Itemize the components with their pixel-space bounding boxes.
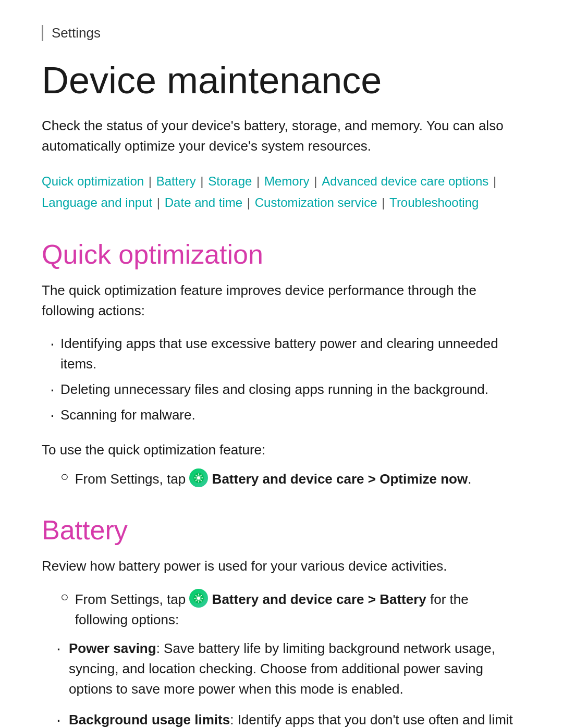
nav-sep-5: |	[489, 174, 496, 188]
nav-sep-6: |	[153, 195, 164, 209]
battery-option-2: Background usage limits: Identify apps t…	[42, 710, 521, 728]
quick-bullet-3: Scanning for malware.	[42, 405, 521, 425]
battery-options-list: Power saving: Save battery life by limit…	[42, 638, 521, 728]
svg-point-1	[197, 476, 200, 479]
quick-step-text: From Settings, tap Battery and device ca…	[75, 468, 472, 489]
settings-icon-quick	[189, 468, 208, 487]
settings-label: Settings	[42, 25, 521, 41]
battery-title: Battery	[42, 514, 521, 546]
nav-sep-8: |	[378, 195, 389, 209]
battery-option-1: Power saving: Save battery life by limit…	[42, 638, 521, 699]
quick-step-bold: Battery and device care > Optimize now	[212, 471, 468, 487]
nav-link-language[interactable]: Language and input	[42, 195, 152, 209]
page-container: Settings Device maintenance Check the st…	[0, 0, 563, 728]
svg-point-3	[197, 597, 200, 600]
nav-sep-7: |	[243, 195, 254, 209]
nav-link-quick-optimization[interactable]: Quick optimization	[42, 174, 144, 188]
page-title: Device maintenance	[42, 60, 521, 101]
quick-use-text: To use the quick optimization feature:	[42, 440, 521, 460]
nav-sep-4: |	[311, 174, 321, 188]
battery-desc: Review how battery power is used for you…	[42, 556, 521, 576]
battery-step-bold: Battery and device care > Battery	[212, 591, 426, 607]
nav-link-date[interactable]: Date and time	[165, 195, 242, 209]
settings-icon-battery	[189, 589, 208, 608]
nav-link-troubleshooting[interactable]: Troubleshooting	[389, 195, 479, 209]
battery-step-bullet: ○	[60, 589, 69, 605]
nav-sep-2: |	[197, 174, 207, 188]
nav-link-memory[interactable]: Memory	[264, 174, 310, 188]
quick-bullet-2: Deleting unnecessary files and closing a…	[42, 379, 521, 400]
nav-sep-3: |	[253, 174, 263, 188]
battery-option-1-bold: Power saving	[69, 640, 156, 656]
quick-optimization-desc: The quick optimization feature improves …	[42, 280, 521, 321]
nav-link-battery[interactable]: Battery	[156, 174, 196, 188]
battery-option-2-bold: Background usage limits	[69, 712, 230, 727]
battery-step: ○ From Settings, tap Battery and device …	[42, 589, 521, 630]
battery-step-text: From Settings, tap Battery and device ca…	[75, 589, 521, 630]
quick-optimization-section: Quick optimization The quick optimizatio…	[42, 239, 521, 489]
nav-sep-1: |	[145, 174, 155, 188]
nav-link-customization[interactable]: Customization service	[255, 195, 377, 209]
quick-step-bullet: ○	[60, 468, 69, 485]
quick-optimization-title: Quick optimization	[42, 239, 521, 270]
quick-bullet-1: Identifying apps that use excessive batt…	[42, 334, 521, 374]
nav-link-storage[interactable]: Storage	[208, 174, 252, 188]
nav-link-advanced[interactable]: Advanced device care options	[322, 174, 488, 188]
quick-optimization-bullets: Identifying apps that use excessive batt…	[42, 334, 521, 425]
intro-text: Check the status of your device's batter…	[42, 116, 521, 156]
nav-links: Quick optimization | Battery | Storage |…	[42, 171, 521, 214]
quick-step: ○ From Settings, tap Battery and device …	[42, 468, 521, 489]
battery-section: Battery Review how battery power is used…	[42, 514, 521, 728]
